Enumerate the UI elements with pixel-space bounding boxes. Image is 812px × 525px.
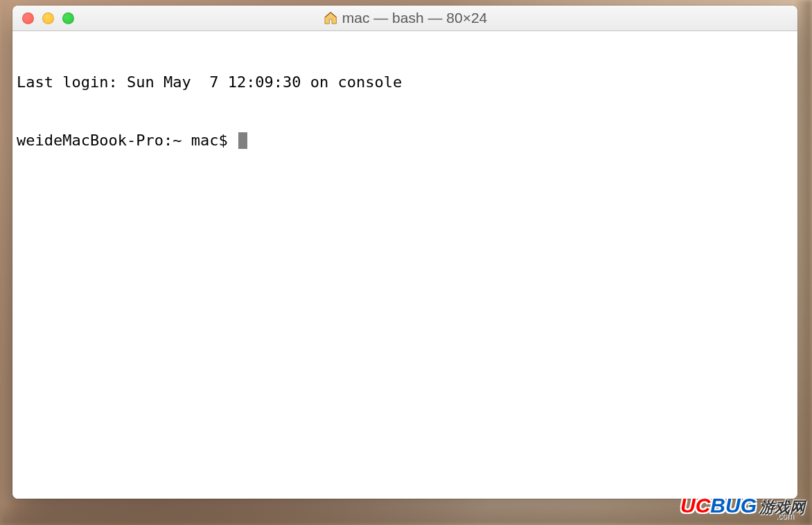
home-icon bbox=[323, 10, 338, 26]
zoom-button[interactable] bbox=[62, 12, 74, 24]
prompt-line: weideMacBook-Pro:~ mac$ bbox=[17, 131, 793, 150]
last-login-line: Last login: Sun May 7 12:09:30 on consol… bbox=[17, 73, 793, 92]
window-title: mac — bash — 80×24 bbox=[323, 10, 488, 26]
watermark: UCBUG 游戏网 .com bbox=[680, 494, 805, 518]
traffic-lights bbox=[12, 12, 74, 24]
cursor bbox=[238, 132, 247, 149]
window-title-text: mac — bash — 80×24 bbox=[342, 10, 488, 26]
minimize-button[interactable] bbox=[42, 12, 54, 24]
window-titlebar[interactable]: mac — bash — 80×24 bbox=[12, 6, 797, 31]
close-button[interactable] bbox=[22, 12, 34, 24]
watermark-bug: BUG bbox=[710, 494, 757, 517]
terminal-window: mac — bash — 80×24 Last login: Sun May 7… bbox=[12, 6, 797, 499]
shell-prompt: weideMacBook-Pro:~ mac$ bbox=[17, 131, 237, 150]
watermark-sub: .com bbox=[776, 511, 794, 521]
watermark-uc: UC bbox=[680, 494, 710, 517]
terminal-content[interactable]: Last login: Sun May 7 12:09:30 on consol… bbox=[12, 31, 797, 499]
